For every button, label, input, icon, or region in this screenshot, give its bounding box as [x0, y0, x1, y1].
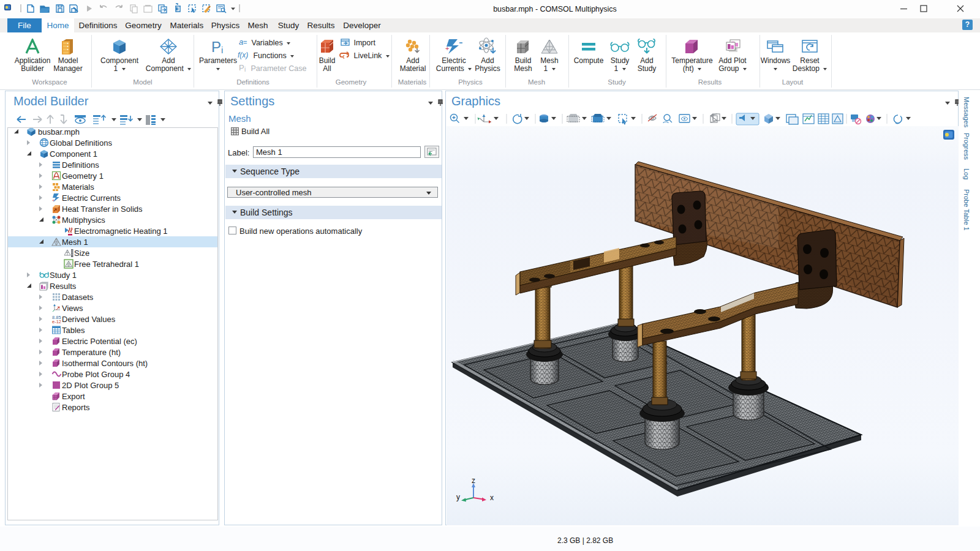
- svg-text:+: +: [445, 45, 449, 52]
- svg-text:+: +: [52, 198, 55, 203]
- svg-text:busbar.mph - COMSOL Multiphysi: busbar.mph - COMSOL Multiphysics: [493, 5, 617, 13]
- svg-text:i: i: [221, 45, 223, 55]
- svg-text:z: z: [472, 476, 475, 485]
- svg-text:f(x): f(x): [238, 51, 248, 59]
- svg-text:y: y: [456, 493, 460, 501]
- svg-text:=: =: [243, 39, 247, 46]
- svg-text:P: P: [239, 64, 244, 72]
- svg-text:e-12: e-12: [52, 319, 61, 324]
- svg-text:x: x: [490, 493, 494, 502]
- svg-text:i: i: [244, 66, 246, 72]
- svg-text:P: P: [211, 39, 221, 55]
